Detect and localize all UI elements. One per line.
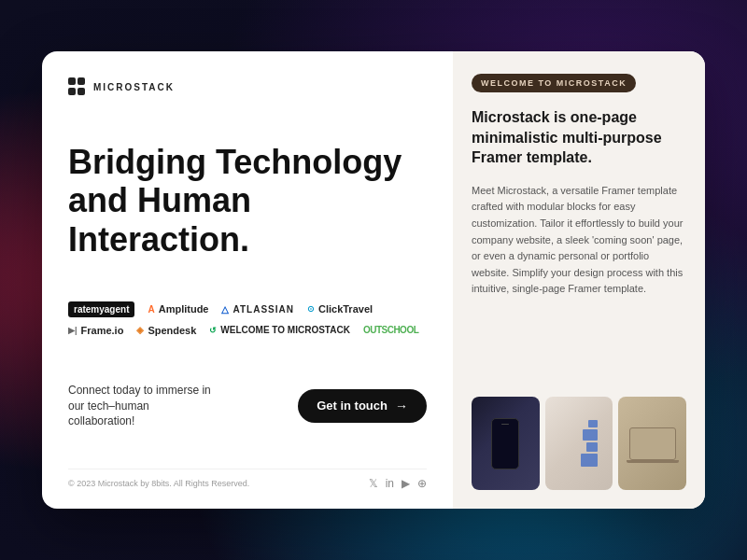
twitter-icon[interactable]: 𝕏	[369, 477, 378, 490]
chart-bar-2	[583, 429, 598, 441]
brand-row-1: ratemyagent A Amplitude △ ATLASSIAN ⊙ Cl…	[68, 301, 427, 317]
brand-spendesk: ◈ Spendesk	[136, 325, 196, 336]
brand-atlassian: △ ATLASSIAN	[221, 304, 293, 315]
logo-area: MICROSTACK	[68, 77, 427, 96]
brand-name: MICROSTACK	[93, 82, 175, 92]
right-body-text: Meet Microstack, a versatile Framer temp…	[472, 183, 686, 298]
spendesk-icon: ◈	[136, 325, 144, 335]
photo-laptop	[618, 397, 686, 490]
phone-mockup	[491, 418, 519, 469]
chart-bar-1	[588, 420, 598, 427]
main-card: MICROSTACK Bridging Technology and Human…	[42, 51, 705, 509]
brand-logos: ratemyagent A Amplitude △ ATLASSIAN ⊙ Cl…	[68, 301, 427, 336]
newrelic-icon: ↺	[209, 326, 217, 335]
frameio-icon: ▶|	[68, 326, 78, 335]
youtube-icon[interactable]: ▶	[402, 477, 410, 490]
brand-frameio: ▶| Frame.io	[68, 325, 123, 336]
outschool-label: OUTSCHOOL	[363, 325, 418, 335]
spendesk-label: Spendesk	[148, 325, 196, 336]
cta-button-label: Get in touch	[317, 399, 388, 413]
right-panel: WELCOME TO MICROSTACK Microstack is one-…	[453, 51, 705, 509]
newrelic-label: WELCOME TO MICROSTACK	[220, 325, 350, 335]
brand-ratemyagent: ratemyagent	[68, 301, 134, 317]
card-footer: © 2023 Microstack by 8bits. All Rights R…	[68, 469, 427, 490]
clicktravel-icon: ⊙	[307, 304, 315, 314]
logo-icon	[68, 77, 87, 96]
brand-newrelic: ↺ WELCOME TO MICROSTACK	[209, 325, 350, 335]
cta-text: Connect today to immerse in our tech–hum…	[68, 383, 218, 429]
get-in-touch-button[interactable]: Get in touch →	[298, 389, 427, 423]
brand-amplitude: A Amplitude	[148, 303, 208, 315]
photo-chart	[545, 397, 613, 490]
photo-gallery	[472, 397, 686, 490]
laptop-mockup	[629, 427, 676, 460]
footer-social-icons: 𝕏 in ▶ ⊕	[369, 477, 427, 490]
amplitude-label: Amplitude	[159, 303, 209, 315]
left-panel: MICROSTACK Bridging Technology and Human…	[42, 51, 453, 509]
chart-bar-4	[581, 454, 598, 467]
chart-bar-3	[586, 442, 598, 452]
clicktravel-label: ClickTravel	[318, 303, 373, 315]
welcome-badge: WELCOME TO MICROSTACK	[472, 74, 636, 92]
atlassian-icon: △	[221, 304, 229, 315]
globe-icon[interactable]: ⊕	[417, 477, 427, 490]
ratemyagent-label: ratemyagent	[74, 304, 129, 315]
photo-phone	[472, 397, 540, 490]
amplitude-icon: A	[148, 304, 154, 315]
cta-section: Connect today to immerse in our tech–hum…	[68, 383, 427, 429]
right-heading: Microstack is one-page minimalistic mult…	[472, 107, 686, 168]
chart-mockup	[560, 420, 598, 467]
brand-outschool: OUTSCHOOL	[363, 325, 418, 335]
linkedin-icon[interactable]: in	[386, 477, 394, 490]
hero-heading: Bridging Technology and Human Interactio…	[68, 143, 427, 259]
atlassian-label: ATLASSIAN	[233, 304, 293, 315]
brand-clicktravel: ⊙ ClickTravel	[307, 303, 373, 315]
cta-arrow-icon: →	[395, 399, 408, 413]
frameio-label: Frame.io	[81, 325, 124, 336]
footer-copyright: © 2023 Microstack by 8bits. All Rights R…	[68, 479, 249, 488]
brand-row-2: ▶| Frame.io ◈ Spendesk ↺ WELCOME TO MICR…	[68, 325, 427, 336]
